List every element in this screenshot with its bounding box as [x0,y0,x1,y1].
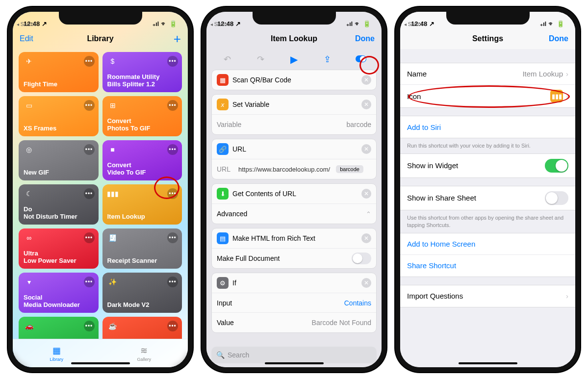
home-indicator[interactable] [265,362,324,364]
shortcut-tile[interactable]: •••☕Walk to Coffee Shop [102,317,182,339]
advanced-row[interactable]: Advanced [217,210,247,218]
actions-list: ▦ Scan QR/Bar Code ✕ x Set Variable ✕ Va… [206,70,382,345]
shortcut-tile[interactable]: •••◎New GIF [19,140,99,180]
tile-menu-button[interactable]: ••• [167,56,178,67]
done-button[interactable]: Done [544,34,568,43]
status-bar: ◂ Search 12:48 ↗ ₊ılᯤ🔋 [206,12,382,28]
add-button[interactable]: + [156,31,181,47]
url-value[interactable]: https://www.barcodelookup.com/ [238,166,330,173]
play-button[interactable]: ▶ [287,53,301,65]
tile-label: Receipt Scanner [107,257,178,265]
tile-menu-button[interactable]: ••• [84,100,95,111]
shortcut-tile[interactable]: •••⊞Convert Photos To GIF [102,96,182,136]
siri-footer: Run this shortcut with your voice by add… [400,140,575,153]
action-url[interactable]: 🔗 URL ✕ URL https://www.barcodelookup.co… [211,139,377,179]
shortcut-tile[interactable]: •••🚗Find Gas Nearby [19,317,99,339]
search-input[interactable]: 🔍 Search [211,347,377,363]
tile-menu-button[interactable]: ••• [84,144,95,155]
back-to-app[interactable]: ◂ Search [17,22,36,27]
sharesheet-switch[interactable] [545,191,568,205]
tile-label: Item Lookup [107,213,178,221]
search-icon: 🔍 [216,351,225,359]
tile-icon: ▭ [24,100,34,111]
back-to-app[interactable]: ◂ Search [404,22,423,27]
action-title: Get Contents of URL [232,190,296,198]
redo-button[interactable]: ↷ [254,54,267,65]
tile-menu-button[interactable]: ••• [84,232,95,243]
tile-menu-button[interactable]: ••• [167,144,178,155]
field-value[interactable]: Contains [344,299,371,307]
row-import[interactable]: Import Questions › [400,285,575,307]
tile-menu-button[interactable]: ••• [84,188,95,199]
done-button[interactable]: Done [350,34,375,43]
widget-switch[interactable] [545,159,568,173]
edit-button[interactable]: Edit [20,34,44,43]
action-if[interactable]: ⚙ If ✕ Input Contains Value Barcode Not … [211,273,377,333]
add-to-siri[interactable]: Add to Siri [400,116,575,138]
variable-token[interactable]: barcode [336,165,363,173]
chevron-right-icon: › [566,92,568,101]
action-get-contents[interactable]: ⬇ Get Contents of URL ✕ Advanced ⌃ [211,183,377,224]
shortcut-tile[interactable]: •••■Convert Video To GIF [102,140,182,180]
tile-menu-button[interactable]: ••• [84,56,95,67]
full-document-switch[interactable] [352,253,371,264]
share-shortcut[interactable]: Share Shortcut [400,255,575,277]
remove-button[interactable]: ✕ [361,233,371,243]
remove-button[interactable]: ✕ [361,75,371,85]
chevron-right-icon: › [566,292,568,300]
shortcut-tile[interactable]: •••▭XS Frames [19,96,99,136]
tile-menu-button[interactable]: ••• [167,321,178,331]
phone-settings: ◂ Search 12:48 ↗ ₊ılᯤ🔋 Settings Done Nam… [395,7,580,372]
shortcut-tile[interactable]: •••✈Flight Time [19,52,99,92]
tile-label: Flight Time [24,81,94,88]
remove-button[interactable]: ✕ [361,278,371,288]
tile-icon: ■ [107,144,118,155]
undo-button[interactable]: ↶ [220,54,234,65]
tile-menu-button[interactable]: ••• [167,277,178,287]
tile-label: New GIF [24,169,94,177]
download-icon: ⬇ [217,188,229,200]
shortcut-tile[interactable]: •••▮▮▮Item Lookup [102,184,182,225]
page-title: Settings [432,34,544,43]
document-icon: ▤ [217,232,229,244]
action-title: Make HTML from Rich Text [232,234,315,242]
shortcut-tile[interactable]: •••▾Social Media Downloader [19,273,99,313]
action-set-variable[interactable]: x Set Variable ✕ Variable barcode [211,94,377,135]
shortcut-tile[interactable]: •••🧾Receipt Scanner [102,228,182,269]
battery-icon: 🔋 [169,20,177,27]
field-value[interactable]: barcode [346,121,371,128]
shortcut-tile[interactable]: •••$Roommate Utility Bills Splitter 1.2 [102,52,182,92]
tile-menu-button[interactable]: ••• [167,232,178,243]
tile-menu-button[interactable]: ••• [84,277,95,287]
remove-button[interactable]: ✕ [361,100,371,109]
action-scan-qr[interactable]: ▦ Scan QR/Bar Code ✕ [211,70,377,90]
battery-icon: 🔋 [557,20,564,27]
tile-menu-button[interactable]: ••• [167,188,178,199]
field-value[interactable]: Barcode Not Found [312,319,371,327]
home-indicator[interactable] [71,362,130,364]
action-make-html[interactable]: ▤ Make HTML from Rich Text ✕ Make Full D… [211,228,377,269]
battery-icon: 🔋 [363,20,371,27]
home-indicator[interactable] [459,362,517,364]
tile-icon: 🚗 [24,321,34,331]
shortcut-tile[interactable]: •••∞Ultra Low Power Saver [19,228,99,269]
tile-menu-button[interactable]: ••• [84,321,95,331]
nav-bar: Edit Library + [13,28,188,49]
barcode-icon: ▮▮▮ [550,90,563,102]
tile-menu-button[interactable]: ••• [167,100,178,111]
add-to-home[interactable]: Add to Home Screen [400,233,575,255]
tile-icon: ▮▮▮ [107,188,118,199]
wifi-icon: ᯤ [548,20,555,27]
share-button[interactable]: ⇪ [321,54,334,65]
phone-library: ◂ Search 12:48 ↗ ₊ılᯤ🔋 Edit Library + ••… [8,7,193,372]
remove-button[interactable]: ✕ [361,189,371,199]
back-to-app[interactable]: ◂ Search [210,22,230,27]
tile-icon: ⊞ [107,100,118,111]
settings-toggle-button[interactable] [354,54,368,65]
row-icon[interactable]: Icon ▮▮▮ › [400,85,575,107]
action-title: Set Variable [232,101,269,108]
remove-button[interactable]: ✕ [361,144,371,154]
shortcut-tile[interactable]: •••☾Do Not Disturb Timer [19,184,99,225]
row-name[interactable]: Name Item Lookup › [400,63,575,85]
shortcut-tile[interactable]: •••✨Dark Mode V2 [102,273,182,313]
